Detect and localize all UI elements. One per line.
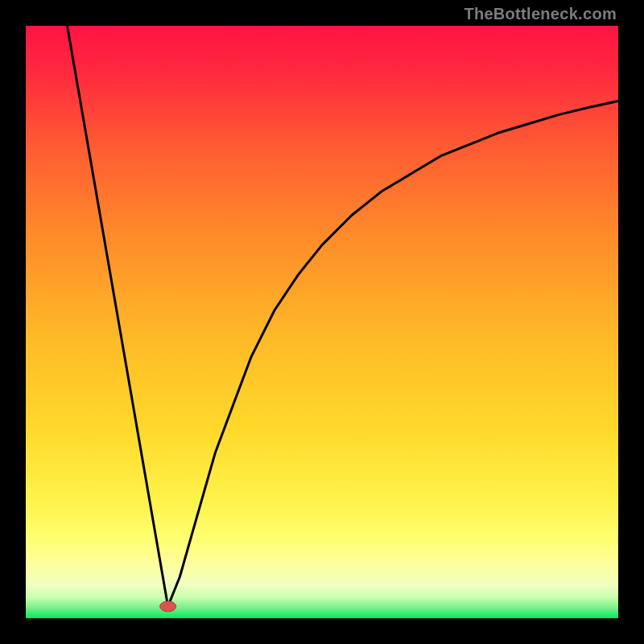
gradient-background	[26, 26, 618, 618]
attribution-label: TheBottleneck.com	[464, 5, 617, 23]
plot-area	[26, 26, 618, 618]
chart-svg	[26, 26, 618, 618]
chart-frame: TheBottleneck.com	[0, 0, 644, 644]
minimum-marker	[160, 601, 176, 612]
svg-point-0	[160, 601, 176, 612]
